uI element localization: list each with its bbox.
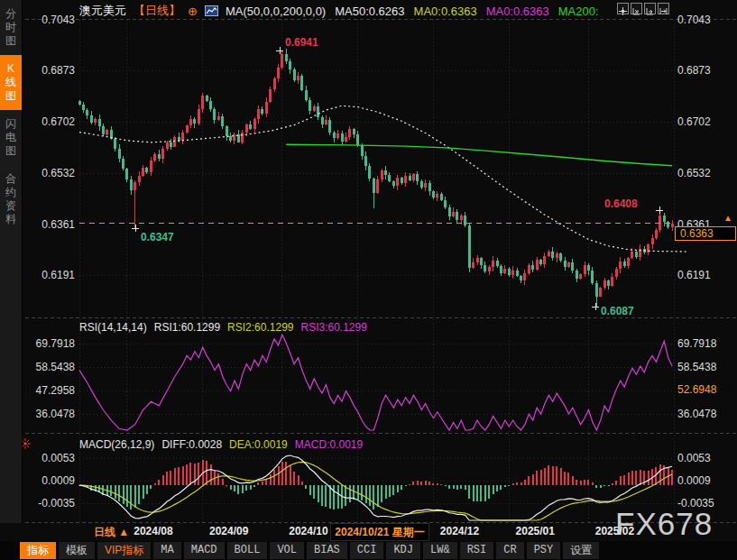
- date-tick-label: 2024/09: [198, 525, 261, 537]
- rsi-panel-header: RSI(14,14,14)RSI1:60.1299RSI2:60.1299RSI…: [79, 321, 367, 334]
- toolbar-item-boll[interactable]: BOLL: [227, 542, 268, 559]
- rsi-value: RSI3:60.1299: [301, 321, 367, 334]
- toolbar-item-macd[interactable]: MACD: [184, 542, 225, 559]
- window-controls: [617, 3, 669, 14]
- toolbar-item-rsi[interactable]: RSI: [460, 542, 494, 559]
- toolbar-item-settings[interactable]: 设置: [563, 542, 599, 559]
- rsi-value: RSI1:60.1299: [154, 321, 220, 334]
- period-badge: 【日线】: [134, 3, 180, 19]
- price-annotation: 0.6347: [141, 231, 174, 243]
- axis-label: 0.6702: [677, 115, 735, 128]
- axis-label: 0.6702: [23, 115, 75, 128]
- toolbar-item-indicator[interactable]: 指标: [20, 542, 56, 559]
- axis-label: -0.0035: [23, 497, 75, 510]
- toolbar-item-bias[interactable]: BIAS: [307, 542, 347, 559]
- ma-value: MA0:0.6363: [486, 5, 549, 18]
- ma-value: MA50:0.6263: [335, 5, 404, 18]
- date-tick-label: 2025/01: [503, 525, 567, 537]
- axis-label: 0.6873: [677, 64, 735, 77]
- add-indicator-icon[interactable]: ⊕: [188, 5, 198, 18]
- indicator-toolbar: 指标模板VIP指标MAMACDBOLLVOLBIASCCIKDJLW&RSICR…: [0, 541, 737, 560]
- sidebar-item-kline-chart[interactable]: K 线 图: [0, 55, 22, 110]
- toolbar-item-psy[interactable]: PSY: [527, 542, 561, 559]
- chart-header: 澳元美元 【日线】 ⊕ MA(50,0,0,200,0,0)MA50:0.626…: [79, 3, 599, 19]
- axis-label: 0.6361: [23, 218, 75, 231]
- axis-label: 0.0009: [23, 474, 75, 487]
- axis-label: 69.7918: [23, 337, 75, 350]
- axis-label: 58.5438: [677, 361, 735, 373]
- ma-values: MA(50,0,0,200,0,0)MA50:0.6263MA0:0.6363M…: [226, 5, 599, 18]
- macd-value: MACD(26,12,9): [79, 438, 154, 451]
- axis-label: 58.5438: [23, 361, 75, 373]
- axis-label: 0.6191: [23, 269, 75, 281]
- sidebar-item-time-chart[interactable]: 分 时 图: [0, 0, 22, 55]
- ma-value: MA0:0.6363: [414, 5, 477, 18]
- sidebar-item-flash-chart[interactable]: 闪 电 图: [0, 110, 22, 165]
- axis-label: 0.6191: [677, 269, 735, 281]
- toolbar-item-template[interactable]: 模板: [59, 542, 95, 559]
- toolbar-item-ma[interactable]: MA: [153, 542, 180, 559]
- toolbar-item-vol[interactable]: VOL: [270, 542, 304, 559]
- date-tick-label: 2024/12: [428, 525, 491, 537]
- toolbar-item-cr[interactable]: CR: [496, 542, 523, 559]
- toolbar-item-kdj[interactable]: KDJ: [386, 542, 420, 559]
- fit-vertical-icon[interactable]: [644, 3, 656, 14]
- axis-label: 0.6532: [677, 167, 735, 179]
- toolbar-item-cci[interactable]: CCI: [350, 542, 384, 559]
- fit-horizontal-icon[interactable]: [631, 3, 642, 14]
- expand-right-icon[interactable]: [658, 3, 669, 14]
- trading-terminal: 分 时 图K 线 图闪 电 图合 约 资 料 澳元美元 【日线】 ⊕ MA(50…: [0, 0, 737, 560]
- chart-mode-sidebar: 分 时 图K 线 图闪 电 图合 约 资 料: [0, 0, 23, 523]
- axis-label: 0.0053: [23, 452, 75, 464]
- toolbar-item-vip-indicator[interactable]: VIP指标: [97, 542, 151, 559]
- axis-label: 47.2958: [23, 384, 75, 397]
- price-marker-arrow-icon: ▲: [723, 213, 732, 223]
- macd-value: MACD:0.0019: [295, 438, 363, 451]
- watermark: FX678: [615, 506, 713, 542]
- crosshair-date: 2024/10/21 星期一: [330, 523, 429, 541]
- axis-label: 0.6532: [23, 167, 75, 179]
- axis-label: 36.0478: [677, 408, 735, 420]
- axis-label: 0.0053: [677, 452, 735, 464]
- date-tick-label: 2024/08: [122, 525, 185, 537]
- rsi-value: RSI2:60.1299: [227, 321, 293, 334]
- pan-icon[interactable]: [617, 3, 629, 14]
- price-annotation: 0.6408: [604, 197, 638, 210]
- axis-label: 0.7043: [677, 14, 735, 26]
- price-annotation: 0.6087: [601, 305, 634, 317]
- rsi-value: RSI(14,14,14): [79, 321, 147, 334]
- axis-label: 0.0009: [677, 474, 735, 487]
- ma-value: MA(50,0,0,200,0,0): [226, 5, 326, 18]
- chart-type-icon[interactable]: [205, 5, 218, 16]
- axis-label: 36.0478: [23, 408, 75, 420]
- symbol-name: 澳元美元: [79, 3, 126, 19]
- ma-value: MA200:: [558, 5, 599, 18]
- rsi-value-marker: 52.6948: [676, 383, 733, 397]
- macd-panel-header: MACD(26,12,9)DIFF:0.0028DEA:0.0019MACD:0…: [79, 438, 363, 451]
- price-annotation: 0.6941: [285, 36, 318, 49]
- toolbar-item-lwr[interactable]: LW&: [423, 542, 457, 559]
- sidebar-item-contract-info[interactable]: 合 约 资 料: [0, 165, 22, 234]
- macd-value: DIFF:0.0028: [161, 438, 222, 451]
- macd-value: DEA:0.0019: [229, 438, 288, 451]
- axis-label: 0.6873: [23, 64, 75, 77]
- axis-label: 0.7043: [23, 14, 75, 26]
- axis-label: 69.7918: [677, 337, 735, 350]
- last-price-marker: 0.6363: [675, 226, 736, 241]
